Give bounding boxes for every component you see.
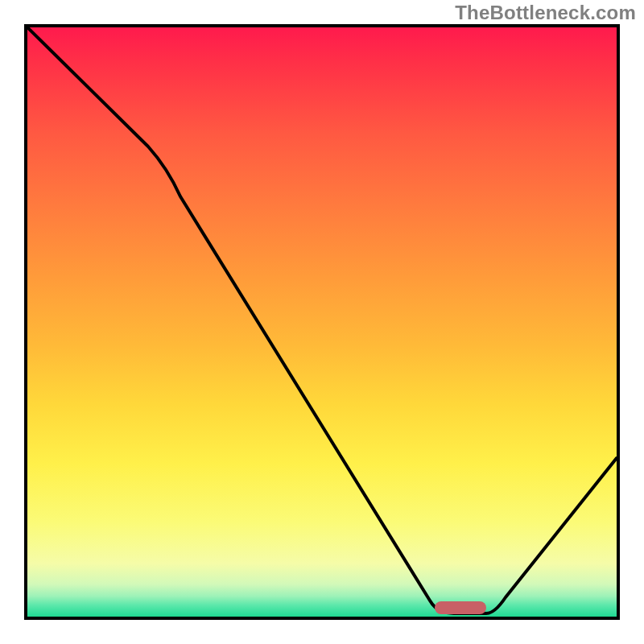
chart-svg: [27, 27, 617, 617]
optimal-range-pill: [435, 601, 486, 614]
plot-frame: [24, 24, 620, 620]
watermark-text: TheBottleneck.com: [455, 2, 636, 24]
chart-stage: TheBottleneck.com: [0, 0, 644, 644]
bottleneck-curve-line: [27, 27, 617, 613]
